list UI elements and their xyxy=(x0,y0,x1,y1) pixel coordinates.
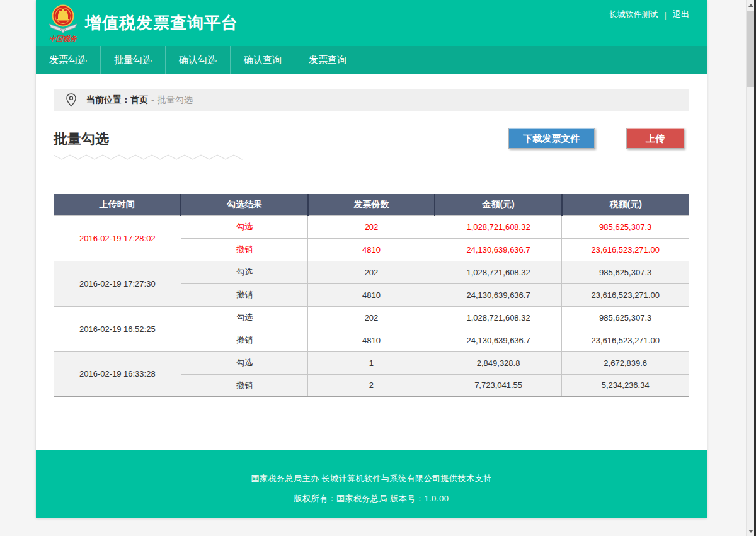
result-cell: 勾选 xyxy=(181,215,308,238)
page-title: 批量勾选 xyxy=(54,130,109,149)
nav-item-确认查询[interactable]: 确认查询 xyxy=(231,46,295,74)
result-cell: 撤销 xyxy=(181,329,308,351)
tax-cell: 5,234,236.34 xyxy=(562,374,689,397)
breadcrumb-dash: - xyxy=(151,95,154,105)
site-header: 中国税务 增值税发票查询平台 长城软件测试 | 退出 xyxy=(36,0,707,46)
table-row: 2016-02-19 17:28:02勾选2021,028,721,608.32… xyxy=(54,215,689,238)
upload-time-cell: 2016-02-19 16:52:25 xyxy=(54,306,181,351)
tax-cell: 985,625,307.3 xyxy=(562,261,689,283)
amount-cell: 1,028,721,608.32 xyxy=(435,261,562,283)
table-header-row: 上传时间勾选结果发票份数金额(元)税额(元) xyxy=(54,194,689,215)
tax-cell: 23,616,523,271.00 xyxy=(562,329,689,351)
count-cell: 202 xyxy=(308,261,435,283)
upload-time-cell: 2016-02-19 16:33:28 xyxy=(54,351,181,397)
svg-text:中国税务: 中国税务 xyxy=(49,35,77,42)
count-cell: 202 xyxy=(308,306,435,329)
count-cell: 4810 xyxy=(308,283,435,306)
user-links: 长城软件测试 | 退出 xyxy=(609,9,689,20)
breadcrumb-prefix: 当前位置：首页 xyxy=(86,94,148,106)
site-title: 增值税发票查询平台 xyxy=(85,12,238,34)
nav-item-发票查询[interactable]: 发票查询 xyxy=(295,46,360,74)
footer-line1: 国家税务总局主办 长城计算机软件与系统有限公司提供技术支持 xyxy=(36,473,707,484)
zigzag-divider xyxy=(54,153,243,161)
download-invoice-file-button[interactable]: 下载发票文件 xyxy=(508,128,595,149)
count-cell: 202 xyxy=(308,215,435,238)
site-footer: 国家税务总局主办 长城计算机软件与系统有限公司提供技术支持 版权所有：国家税务总… xyxy=(36,450,707,518)
logout-link[interactable]: 退出 xyxy=(673,9,689,20)
tax-cell: 23,616,523,271.00 xyxy=(562,283,689,306)
upload-time-cell: 2016-02-19 17:28:02 xyxy=(54,215,181,261)
title-row: 批量勾选 下载发票文件 上传 xyxy=(54,128,689,151)
vertical-scrollbar[interactable] xyxy=(746,0,754,536)
count-cell: 4810 xyxy=(308,329,435,351)
tax-cell: 23,616,523,271.00 xyxy=(562,238,689,261)
result-cell: 撤销 xyxy=(181,374,308,397)
table-row: 2016-02-19 16:52:25勾选2021,028,721,608.32… xyxy=(54,306,689,329)
column-header: 勾选结果 xyxy=(181,194,308,215)
tax-cell: 985,625,307.3 xyxy=(562,306,689,329)
batch-selection-table: 上传时间勾选结果发票份数金额(元)税额(元) 2016-02-19 17:28:… xyxy=(54,194,689,397)
breadcrumb: 当前位置：首页 - 批量勾选 xyxy=(54,89,689,111)
count-cell: 2 xyxy=(308,374,435,397)
amount-cell: 24,130,639,636.7 xyxy=(435,238,562,261)
column-header: 上传时间 xyxy=(54,194,181,215)
nav-item-批量勾选[interactable]: 批量勾选 xyxy=(101,46,166,74)
amount-cell: 24,130,639,636.7 xyxy=(435,329,562,351)
table-row: 2016-02-19 17:27:30勾选2021,028,721,608.32… xyxy=(54,261,689,283)
column-header: 税额(元) xyxy=(562,194,689,215)
user-name-link[interactable]: 长城软件测试 xyxy=(609,9,658,20)
amount-cell: 24,130,639,636.7 xyxy=(435,283,562,306)
main-area: 当前位置：首页 - 批量勾选 批量勾选 下载发票文件 上传 上传时间 xyxy=(36,74,707,450)
result-cell: 撤销 xyxy=(181,283,308,306)
column-header: 发票份数 xyxy=(308,194,435,215)
upload-time-cell: 2016-02-19 17:27:30 xyxy=(54,261,181,306)
amount-cell: 7,723,041.55 xyxy=(435,374,562,397)
scrollbar-thumb[interactable] xyxy=(747,11,754,87)
user-separator: | xyxy=(665,10,667,20)
breadcrumb-current: 批量勾选 xyxy=(158,94,193,106)
tax-cell: 2,672,839.6 xyxy=(562,351,689,374)
nav-item-确认勾选[interactable]: 确认勾选 xyxy=(166,46,231,74)
result-cell: 勾选 xyxy=(181,351,308,374)
location-pin-icon xyxy=(65,93,77,108)
table-head: 上传时间勾选结果发票份数金额(元)税额(元) xyxy=(54,194,689,215)
amount-cell: 1,028,721,608.32 xyxy=(435,215,562,238)
footer-line2: 版权所有：国家税务总局 版本号：1.0.00 xyxy=(36,493,707,505)
count-cell: 4810 xyxy=(308,238,435,261)
amount-cell: 2,849,328.8 xyxy=(435,351,562,374)
page: 中国税务 增值税发票查询平台 长城软件测试 | 退出 发票勾选批量勾选确认勾选确… xyxy=(0,0,756,536)
main-nav: 发票勾选批量勾选确认勾选确认查询发票查询 xyxy=(36,46,707,74)
result-cell: 勾选 xyxy=(181,261,308,283)
upload-button[interactable]: 上传 xyxy=(626,128,684,149)
tax-cell: 985,625,307.3 xyxy=(562,215,689,238)
count-cell: 1 xyxy=(308,351,435,374)
result-cell: 撤销 xyxy=(181,238,308,261)
table-body: 2016-02-19 17:28:02勾选2021,028,721,608.32… xyxy=(54,215,689,397)
amount-cell: 1,028,721,608.32 xyxy=(435,306,562,329)
result-cell: 勾选 xyxy=(181,306,308,329)
column-header: 金额(元) xyxy=(435,194,562,215)
table-row: 2016-02-19 16:33:28勾选12,849,328.82,672,8… xyxy=(54,351,689,374)
nav-item-发票勾选[interactable]: 发票勾选 xyxy=(36,46,101,74)
china-tax-emblem-icon: 中国税务 xyxy=(47,3,79,43)
content-column: 中国税务 增值税发票查询平台 长城软件测试 | 退出 发票勾选批量勾选确认勾选确… xyxy=(36,0,707,518)
